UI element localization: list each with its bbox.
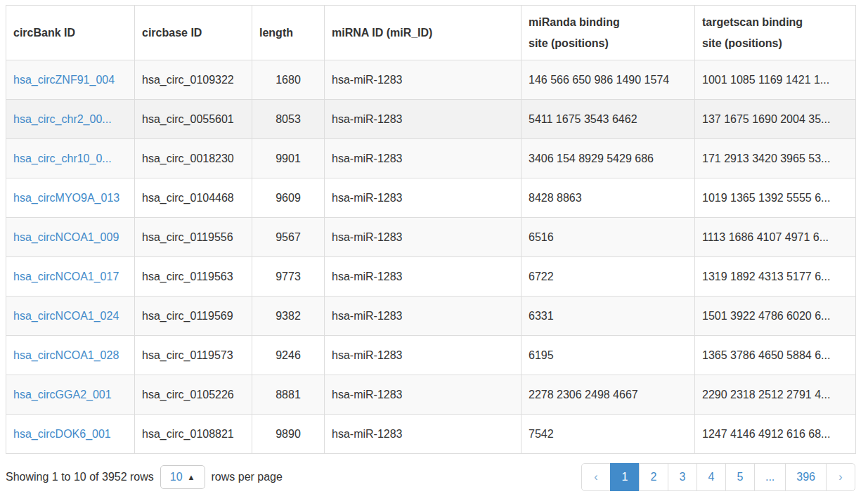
page-button-4-item: 4 — [697, 463, 726, 491]
circbank-id-link[interactable]: hsa_circZNF91_004 — [13, 74, 115, 86]
data-table: circBank IDcircbase IDlengthmiRNA ID (mi… — [6, 5, 856, 454]
rows-per-page-label: rows per page — [212, 471, 283, 483]
cell-circbase-id: hsa_circ_0055601 — [135, 100, 252, 139]
circbank-id-link[interactable]: hsa_circ_chr2_00... — [13, 113, 112, 125]
cell-miranda-sites: 6331 — [522, 297, 695, 336]
cell-length: 9609 — [252, 178, 325, 218]
page-button-396[interactable]: 396 — [785, 463, 827, 491]
circbank-id-link[interactable]: hsa_circ_chr10_0... — [13, 152, 112, 164]
cell-circbase-id: hsa_circ_0109322 — [135, 60, 252, 100]
cell-circbase-id: hsa_circ_0119569 — [135, 297, 252, 336]
showing-rows-text: Showing 1 to 10 of 3952 rows — [6, 471, 154, 483]
page-button-1[interactable]: 1 — [610, 463, 640, 491]
cell-circbase-id: hsa_circ_0108821 — [135, 415, 252, 454]
cell-miranda-sites: 5411 1675 3543 6462 — [522, 100, 695, 139]
table-row: hsa_circGGA2_001hsa_circ_01052268881hsa-… — [6, 375, 856, 415]
page-size-value: 10 — [170, 471, 183, 483]
cell-length: 9246 — [252, 336, 325, 375]
table-row: hsa_circNCOA1_028hsa_circ_01195739246hsa… — [6, 336, 856, 375]
cell-targetscan-sites: 1001 1085 1169 1421 1... — [695, 60, 856, 100]
page-button-4[interactable]: 4 — [697, 463, 726, 491]
cell-targetscan-sites: 171 2913 3420 3965 53... — [695, 139, 856, 178]
cell-circbase-id: hsa_circ_0018230 — [135, 139, 252, 178]
cell-targetscan-sites: 1019 1365 1392 5555 6... — [695, 178, 856, 218]
circbank-id-link[interactable]: hsa_circDOK6_001 — [13, 428, 111, 440]
cell-circbase-id: hsa_circ_0119573 — [135, 336, 252, 375]
page-button-1-item: 1 — [611, 463, 640, 491]
column-header-mirna-id: miRNA ID (miR_ID) — [325, 6, 522, 60]
page-size-dropdown[interactable]: 10 ▲ — [160, 465, 205, 489]
table-row: hsa_circDOK6_001hsa_circ_01088219890hsa-… — [6, 415, 856, 454]
cell-length: 1680 — [252, 60, 325, 100]
cell-mirna-id: hsa-miR-1283 — [325, 257, 522, 297]
column-header-circbase-id: circbase ID — [135, 6, 252, 60]
table-row: hsa_circNCOA1_024hsa_circ_01195699382hsa… — [6, 297, 856, 336]
cell-targetscan-sites: 1247 4146 4912 616 68... — [695, 415, 856, 454]
table-footer: Showing 1 to 10 of 3952 rows 10 ▲ rows p… — [6, 463, 855, 491]
table-header-row: circBank IDcircbase IDlengthmiRNA ID (mi… — [6, 6, 856, 60]
cell-mirna-id: hsa-miR-1283 — [325, 415, 522, 454]
cell-miranda-sites: 6195 — [522, 336, 695, 375]
table-body: hsa_circZNF91_004hsa_circ_01093221680hsa… — [6, 60, 856, 454]
page-button-5-item: 5 — [726, 463, 755, 491]
circbank-id-link[interactable]: hsa_circNCOA1_028 — [13, 349, 119, 361]
cell-mirna-id: hsa-miR-1283 — [325, 100, 522, 139]
cell-miranda-sites: 146 566 650 986 1490 1574 — [522, 60, 695, 100]
cell-targetscan-sites: 137 1675 1690 2004 35... — [695, 100, 856, 139]
bootstrap-table: circBank IDcircbase IDlengthmiRNA ID (mi… — [6, 5, 855, 491]
circbank-id-link[interactable]: hsa_circNCOA1_017 — [13, 271, 119, 282]
table-row: hsa_circ_chr10_0...hsa_circ_00182309901h… — [6, 139, 856, 178]
table-row: hsa_circMYO9A_013hsa_circ_01044689609hsa… — [6, 178, 856, 218]
column-header-circbank-id: circBank ID — [6, 6, 135, 60]
cell-miranda-sites: 6516 — [522, 218, 695, 257]
column-header-miranda-sites: miRanda binding site (positions) — [522, 6, 695, 60]
cell-mirna-id: hsa-miR-1283 — [325, 375, 522, 415]
table-row: hsa_circNCOA1_017hsa_circ_01195639773hsa… — [6, 257, 856, 297]
cell-circbank-id: hsa_circ_chr10_0... — [6, 139, 135, 178]
table-row: hsa_circNCOA1_009hsa_circ_01195569567hsa… — [6, 218, 856, 257]
cell-mirna-id: hsa-miR-1283 — [325, 218, 522, 257]
cell-circbase-id: hsa_circ_0104468 — [135, 178, 252, 218]
cell-miranda-sites: 2278 2306 2498 4667 — [522, 375, 695, 415]
cell-circbank-id: hsa_circGGA2_001 — [6, 375, 135, 415]
cell-miranda-sites: 3406 154 8929 5429 686 — [522, 139, 695, 178]
page-ellipsis: ... — [754, 463, 786, 491]
page-button-5[interactable]: 5 — [725, 463, 755, 491]
cell-mirna-id: hsa-miR-1283 — [325, 297, 522, 336]
cell-targetscan-sites: 2290 2318 2512 2791 4... — [695, 375, 856, 415]
cell-circbank-id: hsa_circZNF91_004 — [6, 60, 135, 100]
column-header-targetscan-sites: targetscan binding site (positions) — [695, 6, 856, 60]
circbank-id-link[interactable]: hsa_circMYO9A_013 — [13, 192, 119, 204]
cell-targetscan-sites: 1113 1686 4107 4971 6... — [695, 218, 856, 257]
page-next-button-item: › — [827, 463, 855, 491]
cell-targetscan-sites: 1501 3922 4786 6020 6... — [695, 297, 856, 336]
cell-length: 9890 — [252, 415, 325, 454]
cell-targetscan-sites: 1365 3786 4650 5884 6... — [695, 336, 856, 375]
page-ellipsis-item: ... — [755, 463, 786, 491]
circbank-id-link[interactable]: hsa_circNCOA1_024 — [13, 310, 119, 322]
cell-miranda-sites: 6722 — [522, 257, 695, 297]
circbank-id-link[interactable]: hsa_circNCOA1_009 — [13, 231, 119, 243]
cell-circbase-id: hsa_circ_0105226 — [135, 375, 252, 415]
cell-circbank-id: hsa_circNCOA1_028 — [6, 336, 135, 375]
column-header-length: length — [252, 6, 325, 60]
cell-length: 9567 — [252, 218, 325, 257]
circbank-id-link[interactable]: hsa_circGGA2_001 — [13, 389, 112, 401]
cell-length: 8881 — [252, 375, 325, 415]
cell-length: 8053 — [252, 100, 325, 139]
pagination-info: Showing 1 to 10 of 3952 rows 10 ▲ rows p… — [6, 465, 283, 489]
table-row: hsa_circ_chr2_00...hsa_circ_00556018053h… — [6, 100, 856, 139]
cell-length: 9901 — [252, 139, 325, 178]
cell-circbase-id: hsa_circ_0119563 — [135, 257, 252, 297]
cell-length: 9382 — [252, 297, 325, 336]
page-next-button[interactable]: › — [826, 463, 855, 491]
page-button-3[interactable]: 3 — [668, 463, 697, 491]
cell-circbank-id: hsa_circNCOA1_024 — [6, 297, 135, 336]
page-prev-button-item: ‹ — [581, 463, 611, 491]
page-button-2[interactable]: 2 — [639, 463, 668, 491]
page-button-396-item: 396 — [786, 463, 827, 491]
page-prev-button[interactable]: ‹ — [581, 463, 611, 491]
cell-miranda-sites: 8428 8863 — [522, 178, 695, 218]
cell-length: 9773 — [252, 257, 325, 297]
page-button-3-item: 3 — [668, 463, 697, 491]
